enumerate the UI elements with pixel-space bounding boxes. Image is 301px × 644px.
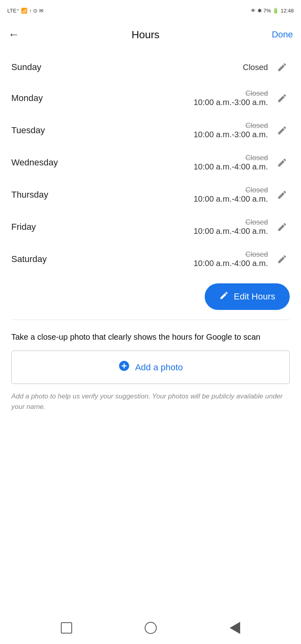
table-row: Tuesday Closed 10:00 a.m.-3:00 a.m.: [11, 114, 290, 147]
page-title: Hours: [132, 29, 160, 41]
clock: 12:48: [280, 8, 294, 14]
table-row: Wednesday Closed 10:00 a.m.-4:00 a.m.: [11, 147, 290, 179]
friday-time: 10:00 a.m.-4:00 a.m.: [193, 227, 268, 236]
main-content: Sunday Closed Monday Closed 10:00 a.m.-3…: [0, 48, 301, 612]
table-row: Thursday Closed 10:00 a.m.-4:00 a.m.: [11, 179, 290, 211]
wednesday-edit-button[interactable]: [274, 155, 290, 170]
tuesday-edit-button[interactable]: [274, 123, 290, 138]
table-row: Monday Closed 10:00 a.m.-3:00 a.m.: [11, 82, 290, 114]
thursday-time: 10:00 a.m.-4:00 a.m.: [193, 194, 268, 204]
tuesday-hours-group: Closed 10:00 a.m.-3:00 a.m.: [193, 122, 290, 139]
pencil-icon: [219, 291, 229, 303]
back-button[interactable]: ←: [8, 28, 19, 41]
sunday-status: Closed: [243, 63, 268, 72]
table-row: Sunday Closed: [11, 52, 290, 82]
monday-closed-strike: Closed: [193, 89, 268, 98]
saturday-hours-text: Closed 10:00 a.m.-4:00 a.m.: [193, 250, 268, 268]
day-name-wednesday: Wednesday: [11, 157, 80, 168]
friday-hours-group: Closed 10:00 a.m.-4:00 a.m.: [193, 218, 290, 236]
battery-icon: 🔋: [272, 8, 279, 14]
day-name-saturday: Saturday: [11, 254, 80, 264]
friday-edit-button[interactable]: [274, 219, 290, 235]
sunday-hours-group: Closed: [243, 60, 290, 75]
back-nav-button[interactable]: [226, 619, 244, 637]
circle-icon: [145, 622, 157, 634]
tuesday-hours-text: Closed 10:00 a.m.-3:00 a.m.: [193, 122, 268, 139]
monday-hours-group: Closed 10:00 a.m.-3:00 a.m.: [193, 89, 290, 107]
back-arrow-icon: ←: [8, 28, 19, 41]
bluetooth-icon: ✱: [257, 8, 262, 14]
triangle-icon: [230, 622, 240, 634]
wednesday-time: 10:00 a.m.-4:00 a.m.: [193, 162, 268, 171]
table-row: Friday Closed 10:00 a.m.-4:00 a.m.: [11, 211, 290, 243]
hours-list: Sunday Closed Monday Closed 10:00 a.m.-3…: [0, 52, 301, 275]
wednesday-hours-group: Closed 10:00 a.m.-4:00 a.m.: [193, 154, 290, 171]
home-button[interactable]: [142, 619, 160, 637]
network-icon: LTE⁺: [7, 8, 19, 14]
bottom-navigation: [0, 612, 301, 644]
eye-icon: 👁: [251, 8, 256, 14]
upload-icon: ↑: [29, 8, 32, 14]
status-right: 👁 ✱ 7% 🔋 12:48: [251, 8, 294, 14]
edit-hours-btn-container: Edit Hours: [0, 275, 301, 320]
wednesday-closed-strike: Closed: [193, 154, 268, 162]
email-icon: ✉: [39, 8, 44, 14]
photo-section: Take a close-up photo that clearly shows…: [0, 320, 301, 412]
friday-hours-text: Closed 10:00 a.m.-4:00 a.m.: [193, 218, 268, 236]
day-name-tuesday: Tuesday: [11, 125, 80, 136]
thursday-edit-button[interactable]: [274, 187, 290, 202]
thursday-hours-text: Closed 10:00 a.m.-4:00 a.m.: [193, 186, 268, 204]
day-name-friday: Friday: [11, 222, 80, 232]
saturday-edit-button[interactable]: [274, 252, 290, 267]
battery-percent: 7%: [264, 8, 271, 14]
friday-closed-strike: Closed: [193, 218, 268, 227]
sunday-hours-text: Closed: [243, 63, 268, 72]
add-photo-button[interactable]: Add a photo: [11, 351, 290, 384]
add-photo-label: Add a photo: [135, 362, 183, 373]
saturday-time: 10:00 a.m.-4:00 a.m.: [193, 259, 268, 268]
status-bar: LTE⁺ 📶 ↑ ⊙ ✉ 👁 ✱ 7% 🔋 12:48: [0, 0, 301, 21]
signal-icon: 📶: [21, 8, 27, 14]
monday-time: 10:00 a.m.-3:00 a.m.: [193, 98, 268, 107]
wednesday-hours-text: Closed 10:00 a.m.-4:00 a.m.: [193, 154, 268, 171]
header: ← Hours Done: [0, 21, 301, 48]
done-button[interactable]: Done: [272, 29, 293, 40]
add-photo-note: Add a photo to help us verify your sugge…: [11, 391, 290, 412]
status-left: LTE⁺ 📶 ↑ ⊙ ✉: [7, 8, 44, 14]
thursday-hours-group: Closed 10:00 a.m.-4:00 a.m.: [193, 186, 290, 204]
square-icon: [61, 622, 72, 634]
day-name-monday: Monday: [11, 93, 80, 103]
day-name-sunday: Sunday: [11, 62, 80, 72]
tuesday-time: 10:00 a.m.-3:00 a.m.: [193, 130, 268, 139]
saturday-closed-strike: Closed: [193, 250, 268, 259]
camera-plus-icon: [118, 360, 130, 375]
recent-apps-button[interactable]: [58, 619, 75, 637]
saturday-hours-group: Closed 10:00 a.m.-4:00 a.m.: [193, 250, 290, 268]
tuesday-closed-strike: Closed: [193, 122, 268, 130]
sunday-edit-button[interactable]: [274, 60, 290, 75]
monday-edit-button[interactable]: [274, 91, 290, 106]
table-row: Saturday Closed 10:00 a.m.-4:00 a.m.: [11, 243, 290, 275]
thursday-closed-strike: Closed: [193, 186, 268, 194]
edit-hours-label: Edit Hours: [234, 291, 275, 302]
day-name-thursday: Thursday: [11, 190, 80, 200]
edit-hours-button[interactable]: Edit Hours: [205, 283, 290, 310]
photo-description: Take a close-up photo that clearly shows…: [11, 331, 290, 343]
monday-hours-text: Closed 10:00 a.m.-3:00 a.m.: [193, 89, 268, 107]
location-icon: ⊙: [33, 8, 37, 14]
